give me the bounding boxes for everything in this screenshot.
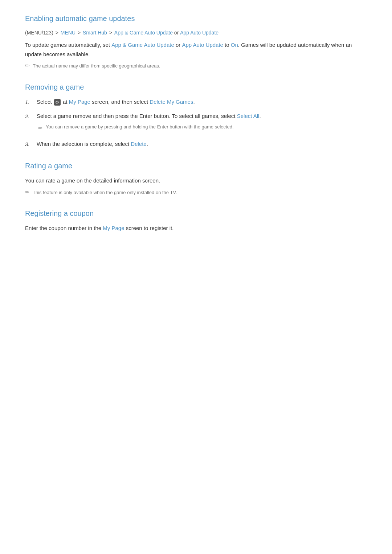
pencil-icon-3: ✏ <box>25 189 30 196</box>
list-item-2: 2. Select a game remove and then press t… <box>25 111 367 135</box>
section4-body: Enter the coupon number in the My Page s… <box>25 223 367 233</box>
section3-note-text: This feature is only available when the … <box>33 189 177 197</box>
list-item-1: 1. Select ⚙ at My Page screen, and then … <box>25 97 367 107</box>
list-content-3: When the selection is complete, select D… <box>37 139 367 149</box>
breadcrumb-chevron3: > <box>109 30 114 36</box>
list-num-3: 3. <box>25 139 32 149</box>
section1-link1: App & Game Auto Update <box>111 42 174 48</box>
list-content-1: Select ⚙ at My Page screen, and then sel… <box>37 97 367 107</box>
note-line-2: ✏ You can remove a game by pressing and … <box>38 123 367 133</box>
breadcrumb-app-auto-update: App Auto Update <box>180 30 219 36</box>
section3-body: You can rate a game on the detailed info… <box>25 176 367 185</box>
pencil-icon-2: ✏ <box>38 123 43 133</box>
section1-note: ✏ The actual name may differ from specif… <box>25 62 367 70</box>
nested-note-text: You can remove a game by pressing and ho… <box>46 123 234 131</box>
section1-body-between: or <box>174 42 182 48</box>
section1-body-text1: To update games automatically, set <box>25 42 111 48</box>
my-page-link-1: My Page <box>69 99 90 105</box>
section-registering-coupon: Registering a coupon Enter the coupon nu… <box>25 209 367 233</box>
my-page-link-2: My Page <box>103 225 124 231</box>
list-num-1: 1. <box>25 97 32 107</box>
section4-text-after: screen to register it. <box>124 225 174 231</box>
section-rating-game: Rating a game You can rate a game on the… <box>25 162 367 196</box>
section3-note: ✏ This feature is only available when th… <box>25 189 367 197</box>
breadcrumb-app-game-update: App & Game Auto Update <box>114 30 173 36</box>
breadcrumb-chevron1: > <box>56 30 60 36</box>
section-enabling-updates: Enabling automatic game updates (MENU/12… <box>25 15 367 70</box>
list-content-2: Select a game remove and then press the … <box>37 111 367 135</box>
section1-title: Enabling automatic game updates <box>25 15 367 24</box>
select-all-link: Select All <box>237 113 260 119</box>
section4-title: Registering a coupon <box>25 209 367 219</box>
breadcrumb-or: or <box>174 30 180 36</box>
breadcrumb: (MENU/123) > MENU > Smart Hub > App & Ga… <box>25 29 367 37</box>
section2-title: Removing a game <box>25 83 367 93</box>
breadcrumb-part1: (MENU/123) <box>25 30 53 36</box>
delete-link: Delete <box>131 141 146 147</box>
nested-note: ✏ You can remove a game by pressing and … <box>38 123 367 133</box>
section4-text-before: Enter the coupon number in the <box>25 225 103 231</box>
gear-icon: ⚙ <box>54 99 61 106</box>
section1-link3: On <box>231 42 238 48</box>
section1-note-text: The actual name may differ from specific… <box>33 62 160 70</box>
section1-body: To update games automatically, set App &… <box>25 40 367 59</box>
section1-link2: App Auto Update <box>182 42 223 48</box>
breadcrumb-smart-hub: Smart Hub <box>83 30 107 36</box>
list-item-3: 3. When the selection is complete, selec… <box>25 139 367 149</box>
section1-body-after: to <box>223 42 231 48</box>
removing-game-list: 1. Select ⚙ at My Page screen, and then … <box>25 97 367 149</box>
section3-title: Rating a game <box>25 162 367 172</box>
breadcrumb-chevron2: > <box>78 30 82 36</box>
pencil-icon-1: ✏ <box>25 62 30 69</box>
list-num-2: 2. <box>25 111 32 121</box>
delete-my-games-link: Delete My Games <box>150 99 193 105</box>
section-removing-game: Removing a game 1. Select ⚙ at My Page s… <box>25 83 367 149</box>
breadcrumb-menu: MENU <box>61 30 75 36</box>
